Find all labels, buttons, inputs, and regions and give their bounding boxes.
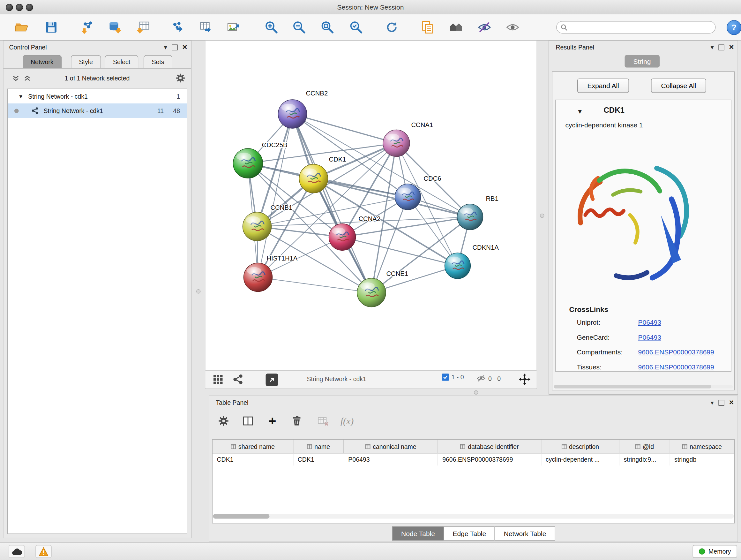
panel-float-icon[interactable]	[719, 400, 724, 406]
column-header[interactable]: namespace	[670, 440, 735, 453]
network-node-cdkn1a[interactable]	[445, 253, 471, 279]
network-node-ccna2[interactable]	[329, 224, 356, 251]
open-session-icon[interactable]	[13, 19, 30, 36]
network-node-ccna1[interactable]	[383, 130, 410, 157]
help-button[interactable]: ?	[727, 20, 741, 35]
network-node-cdc6[interactable]	[395, 184, 421, 210]
cell-namespace[interactable]: stringdb	[670, 454, 734, 466]
import-network-file-icon[interactable]	[79, 19, 96, 36]
tree-expand-icon[interactable]: ▼	[18, 94, 23, 99]
column-header[interactable]: @id	[619, 440, 670, 453]
function-builder-icon[interactable]: f(x)	[340, 414, 355, 429]
tab-select[interactable]: Select	[105, 55, 138, 68]
home-icon[interactable]	[448, 19, 464, 36]
panel-close-icon[interactable]: ×	[183, 43, 187, 51]
panel-float-icon[interactable]	[172, 44, 178, 50]
network-edge[interactable]	[293, 114, 397, 143]
zoom-in-icon[interactable]	[263, 19, 280, 36]
add-column-icon[interactable]: +	[265, 414, 280, 429]
cell-description[interactable]: cyclin-dependent ...	[541, 454, 619, 466]
crosslink-tissues-link[interactable]: 9606.ENSP00000378699	[638, 363, 714, 371]
column-header[interactable]: database identifier	[438, 440, 542, 453]
cloud-button[interactable]	[9, 545, 25, 558]
show-columns-icon[interactable]	[240, 414, 256, 429]
cell-name[interactable]: CDK1	[293, 454, 344, 466]
panel-float-icon[interactable]	[719, 44, 724, 50]
cell-database-identifier[interactable]: 9606.ENSP00000378699	[438, 454, 542, 466]
network-collection-row[interactable]: ▼ String Network - cdk1 1	[8, 89, 187, 104]
network-options-gear-icon[interactable]	[176, 73, 185, 84]
cell-canonical-name[interactable]: P06493	[344, 454, 438, 466]
export-network-icon[interactable]	[170, 19, 186, 36]
refresh-icon[interactable]	[384, 19, 400, 36]
grid-view-icon[interactable]	[212, 374, 224, 385]
network-node-cdk1[interactable]	[299, 165, 328, 193]
network-edge[interactable]	[258, 114, 293, 277]
splitter-handle[interactable]	[540, 213, 544, 218]
copy-document-icon[interactable]	[419, 19, 435, 36]
network-node-ccnb1[interactable]	[243, 212, 272, 241]
tab-network[interactable]: Network	[23, 55, 62, 68]
tab-edge-table[interactable]: Edge Table	[444, 526, 495, 541]
column-header[interactable]: name	[293, 440, 344, 453]
warning-button[interactable]	[36, 545, 52, 558]
pan-crosshair-icon[interactable]	[519, 373, 531, 386]
show-all-eye-icon[interactable]	[504, 19, 521, 36]
zoom-fit-icon[interactable]	[320, 19, 336, 36]
tab-node-table[interactable]: Node Table	[392, 526, 444, 541]
network-node-cdc25b[interactable]	[233, 148, 263, 178]
zoom-out-icon[interactable]	[291, 19, 307, 36]
network-view-title: String Network - cdk1	[307, 375, 366, 383]
table-horizontal-scrollbar[interactable]	[213, 514, 734, 519]
collapse-gene-icon[interactable]: ▼	[577, 108, 583, 115]
network-node-ccne1[interactable]	[357, 278, 386, 307]
cell-shared-name[interactable]: CDK1	[212, 454, 293, 466]
export-image-icon[interactable]	[226, 19, 242, 36]
column-header[interactable]: description	[542, 440, 620, 453]
export-table-icon[interactable]	[198, 19, 214, 36]
save-session-icon[interactable]	[43, 19, 59, 36]
table-settings-gear-icon[interactable]	[216, 414, 231, 429]
network-edge[interactable]	[314, 179, 470, 217]
tab-network-table[interactable]: Network Table	[495, 526, 555, 541]
import-table-icon[interactable]	[136, 19, 152, 36]
network-edge[interactable]	[258, 277, 372, 293]
memory-button[interactable]: Memory	[693, 545, 737, 558]
panel-menu-icon[interactable]: ▾	[711, 44, 714, 51]
search-input[interactable]	[570, 23, 711, 32]
import-network-database-icon[interactable]	[107, 19, 123, 36]
cell-id[interactable]: stringdb:9...	[619, 454, 670, 466]
crosslink-compartments-link[interactable]: 9606.ENSP00000378699	[638, 348, 714, 356]
crosslink-uniprot-link[interactable]: P06493	[638, 319, 661, 326]
export-view-button[interactable]	[266, 374, 278, 386]
crosslink-genecard-link[interactable]: P06493	[638, 333, 661, 341]
network-node-hist1h1a[interactable]	[244, 263, 273, 292]
selected-counts-indicator[interactable]: 1 - 0	[442, 374, 464, 381]
delete-column-trash-icon[interactable]	[289, 414, 305, 429]
network-row[interactable]: String Network - cdk1 11 48	[8, 104, 187, 118]
panel-close-icon[interactable]: ×	[729, 398, 734, 407]
table-row[interactable]: CDK1 CDK1 P06493 9606.ENSP00000378699 cy…	[212, 454, 734, 466]
network-node-rb1[interactable]	[457, 204, 483, 230]
tab-style[interactable]: Style	[71, 55, 101, 68]
network-node-ccnb2[interactable]	[278, 100, 307, 128]
hide-selected-eye-icon[interactable]	[476, 19, 493, 36]
network-edge[interactable]	[293, 114, 372, 293]
splitter-handle[interactable]	[196, 289, 201, 294]
panel-menu-icon[interactable]: ▾	[164, 44, 167, 51]
birdseye-view-icon[interactable]	[232, 374, 244, 385]
results-horizontal-scrollbar[interactable]	[554, 385, 733, 388]
network-canvas[interactable]: CCNB2CCNA1CDC25BCDK1CDC6RB1CCNB1CCNA2CDK…	[205, 41, 537, 371]
zoom-selected-icon[interactable]	[348, 19, 364, 36]
expand-all-button[interactable]: Expand All	[577, 78, 629, 93]
hidden-counts-indicator[interactable]: 0 - 0	[476, 374, 501, 383]
column-header[interactable]: shared name	[212, 440, 293, 453]
collapse-all-button[interactable]: Collapse All	[651, 78, 706, 93]
splitter-handle[interactable]	[474, 390, 478, 395]
tab-sets[interactable]: Sets	[144, 55, 172, 68]
panel-close-icon[interactable]: ×	[729, 43, 734, 51]
panel-menu-icon[interactable]: ▾	[711, 399, 714, 406]
search-box[interactable]	[556, 21, 716, 34]
string-results-tab[interactable]: String	[625, 55, 660, 68]
column-header[interactable]: canonical name	[344, 440, 438, 453]
